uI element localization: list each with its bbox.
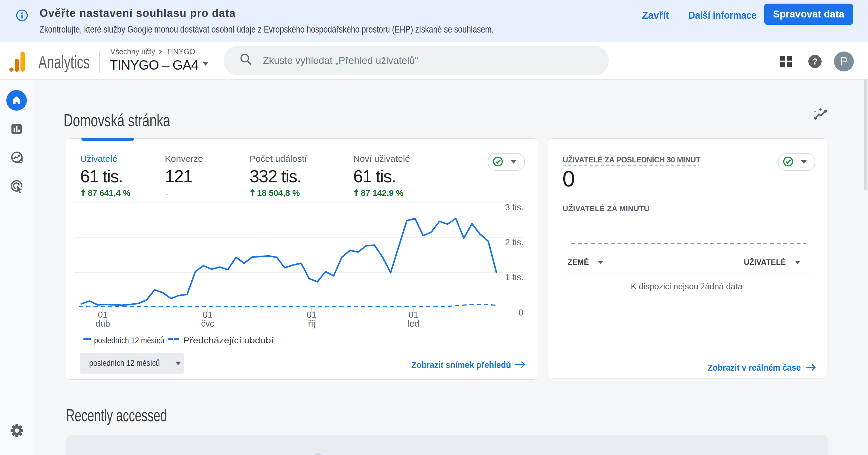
- svg-text:2 tis.: 2 tis.: [505, 237, 524, 247]
- svg-text:1 tis.: 1 tis.: [505, 272, 524, 282]
- svg-text:říj: říj: [308, 319, 315, 328]
- svg-text:led: led: [408, 319, 420, 328]
- svg-text:01: 01: [409, 310, 418, 319]
- svg-text:01: 01: [203, 310, 213, 319]
- svg-text:01: 01: [307, 310, 316, 319]
- svg-text:čvc: čvc: [201, 319, 214, 328]
- svg-text:dub: dub: [96, 319, 110, 328]
- svg-text:0: 0: [519, 307, 524, 317]
- svg-text:3 tis.: 3 tis.: [505, 202, 524, 212]
- svg-text:01: 01: [98, 310, 107, 319]
- svg-text:posledních 12 měsíců: posledních 12 měsíců: [94, 336, 164, 345]
- svg-text:Předcházející období: Předcházející období: [183, 336, 274, 345]
